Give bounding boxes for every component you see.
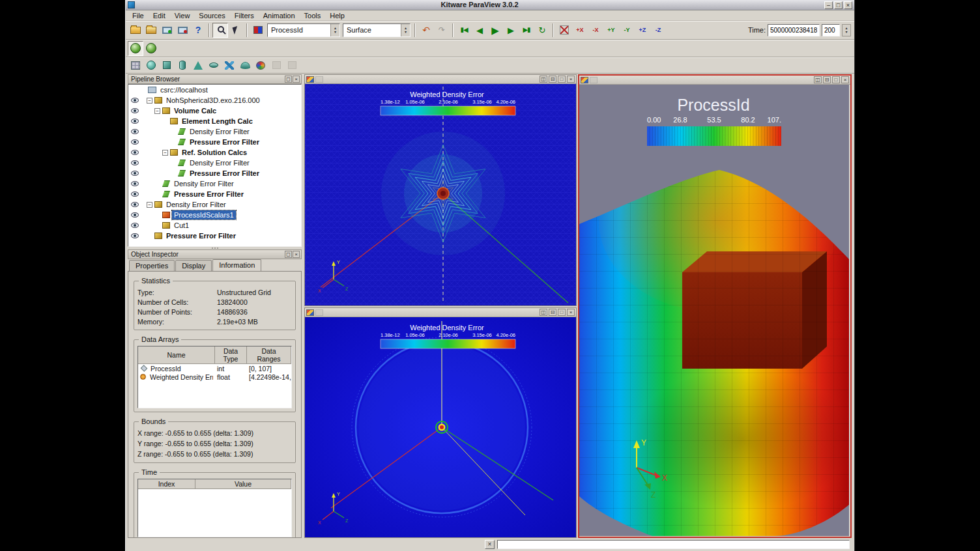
view-options-icon[interactable] (581, 77, 588, 83)
show-center-of-rotation-button[interactable] (128, 41, 143, 56)
frame-input[interactable] (822, 24, 840, 36)
pipeline-item-density-error-filter[interactable]: Density Error Filter (128, 158, 301, 168)
expander-icon[interactable]: − (147, 202, 152, 208)
group-datasets-button[interactable] (268, 58, 284, 73)
column-header[interactable]: Value (195, 479, 291, 488)
pipeline-item-ref-solution-calcs[interactable]: −Ref. Solution Calcs (128, 147, 301, 158)
save-data-button[interactable] (143, 23, 159, 38)
menu-help[interactable]: Help (325, 11, 349, 20)
visibility-eye-icon[interactable] (131, 223, 139, 228)
close-view-icon[interactable]: × (567, 76, 575, 83)
play-button[interactable]: ▶ (487, 23, 503, 38)
pipeline-item-pressure-error-filter[interactable]: Pressure Error Filter (128, 189, 301, 199)
visibility-eye-icon[interactable] (131, 191, 139, 197)
maximize-view-icon[interactable]: □ (558, 309, 566, 316)
next-frame-button[interactable]: ▶ (503, 23, 519, 38)
split-vertical-icon[interactable]: ⊟ (823, 76, 831, 83)
split-horizontal-icon[interactable]: ◫ (814, 76, 822, 83)
extract-level-button[interactable] (284, 58, 300, 73)
first-frame-button[interactable]: ▮◀ (456, 23, 472, 38)
combo-arrows-icon[interactable]: ▴▾ (330, 24, 339, 36)
render-canvas-surface[interactable]: ProcessId 0.00 26.8 53.5 80.2 107. Y X Z (579, 85, 849, 536)
pipeline-item-density-error-filter[interactable]: Density Error Filter (128, 126, 301, 137)
pipeline-item-density-error-filter[interactable]: −Density Error Filter (128, 199, 301, 210)
representation-select[interactable]: Surface ▴▾ (343, 23, 411, 37)
maximize-icon[interactable]: □ (834, 1, 843, 9)
time-input[interactable] (768, 24, 820, 36)
spin-down-icon[interactable]: ▾ (405, 30, 407, 34)
camera-plus-y-button[interactable]: +Y (603, 23, 619, 38)
loop-button[interactable]: ↻ (534, 23, 550, 38)
extract-surface-button[interactable] (143, 58, 159, 73)
close-panel-icon[interactable]: × (293, 76, 300, 83)
visibility-eye-icon[interactable] (131, 139, 139, 145)
warp-filter-button[interactable] (237, 58, 253, 73)
view-options-icon[interactable] (306, 76, 314, 83)
expander-icon[interactable]: − (162, 150, 168, 156)
glyph-filter-button[interactable] (222, 58, 237, 73)
pipeline-item-pressure-error-filter[interactable]: Pressure Error Filter (128, 231, 301, 241)
menu-view[interactable]: View (170, 11, 195, 20)
view-options-icon[interactable] (306, 309, 314, 316)
camera-minus-x-button[interactable]: -X (588, 23, 603, 38)
tab-properties[interactable]: Properties (129, 260, 175, 271)
last-frame-button[interactable]: ▶▮ (519, 23, 534, 38)
close-view-icon[interactable]: × (567, 309, 575, 316)
data-arrays-table[interactable]: Name Data Type Data Ranges ProcessId int… (137, 346, 292, 408)
contour-filter-button[interactable] (190, 58, 206, 73)
stream-tracer-button[interactable] (253, 58, 268, 73)
visibility-eye-icon[interactable] (131, 119, 139, 124)
time-table[interactable]: Index Value (137, 479, 292, 537)
reset-center-button[interactable] (143, 41, 159, 56)
previous-frame-button[interactable]: ◀ (472, 23, 487, 38)
visibility-eye-icon[interactable] (131, 150, 139, 155)
pipeline-item-processidscalars1[interactable]: ProcessIdScalars1 (128, 210, 301, 220)
close-panel-icon[interactable]: × (293, 251, 300, 258)
table-row[interactable]: ProcessId int [0, 107] (138, 364, 291, 373)
render-canvas-field[interactable]: Weighted Density Error 1.38e-12 1.05e-06… (305, 317, 576, 537)
column-header[interactable]: Name (138, 346, 215, 363)
object-inspector-header[interactable]: Object Inspector ◻ × (128, 249, 302, 259)
menu-file[interactable]: File (128, 11, 149, 20)
visibility-eye-icon[interactable] (131, 171, 139, 176)
reset-camera-button[interactable] (556, 23, 572, 38)
split-horizontal-icon[interactable]: ◫ (540, 309, 547, 316)
menu-animation[interactable]: Animation (259, 11, 300, 20)
clip-filter-button[interactable] (159, 58, 175, 73)
maximize-view-icon[interactable]: □ (558, 76, 566, 83)
close-icon[interactable]: × (844, 1, 852, 9)
pipeline-item-density-error-filter[interactable]: Density Error Filter (128, 178, 301, 189)
pipeline-item-pressure-error-filter[interactable]: Pressure Error Filter (128, 168, 301, 178)
minimize-icon[interactable]: – (824, 1, 833, 9)
spin-down-icon[interactable]: ▾ (845, 30, 847, 34)
tab-information[interactable]: Information (212, 259, 261, 271)
column-header[interactable]: Index (138, 479, 195, 488)
visibility-eye-icon[interactable] (131, 108, 139, 113)
link-camera-icon[interactable] (315, 309, 323, 316)
combo-arrows-icon[interactable]: ▴▾ (401, 24, 410, 36)
menu-sources[interactable]: Sources (194, 11, 229, 20)
select-button[interactable] (228, 23, 244, 38)
frame-spinner[interactable]: ▴▾ (842, 24, 851, 36)
edit-color-map-button[interactable] (250, 23, 266, 38)
table-row[interactable]: Weighted Density Error float [4.22498e-1… (138, 373, 291, 381)
render-canvas-mesh[interactable]: Weighted Density Error 1.38e-12 1.05e-06… (305, 84, 576, 305)
menu-edit[interactable]: Edit (149, 11, 170, 20)
status-close-icon[interactable]: × (485, 540, 495, 549)
pipeline-item-pressure-error-filter[interactable]: Pressure Error Filter (128, 137, 301, 147)
slice-filter-button[interactable] (175, 58, 190, 73)
menu-filters[interactable]: Filters (230, 11, 259, 20)
menu-tools[interactable]: Tools (300, 11, 326, 20)
float-panel-icon[interactable]: ◻ (285, 76, 292, 83)
pipeline-item-source[interactable]: −NohSpherical3D.exo.216.000 (128, 95, 301, 106)
visibility-eye-icon[interactable] (131, 98, 139, 103)
calculator-filter-button[interactable] (128, 58, 143, 73)
pipeline-browser-header[interactable]: Pipeline Browser ◻ × (128, 74, 302, 84)
expander-icon[interactable]: − (147, 98, 152, 104)
camera-minus-z-button[interactable]: -Z (650, 23, 666, 38)
tab-display[interactable]: Display (175, 260, 212, 271)
spin-down-icon[interactable]: ▾ (334, 30, 336, 34)
camera-plus-x-button[interactable]: +X (572, 23, 588, 38)
visibility-eye-icon[interactable] (131, 212, 139, 218)
connect-server-button[interactable] (159, 23, 175, 38)
